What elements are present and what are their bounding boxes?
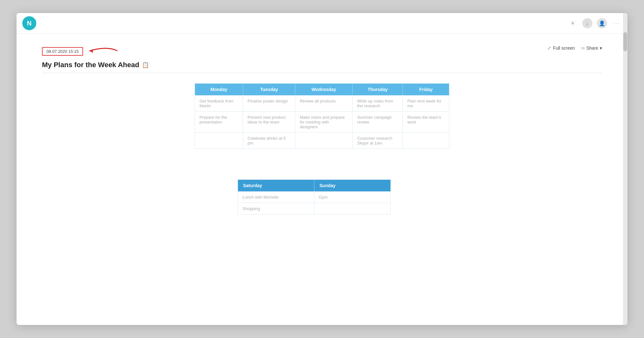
sun-icon[interactable]: ☀ (568, 18, 578, 28)
expand-icon[interactable]: ⋯ (612, 18, 622, 28)
cell-mon-2: Prepare for the presentation (195, 112, 243, 133)
cell-wed-2: Make notes and prepare for meeting with … (295, 112, 353, 133)
topbar: N ☀ ↓ 👤 ⋯ (17, 13, 627, 34)
arrow-annotation (83, 45, 118, 58)
table-row: Shopping (238, 203, 391, 215)
weekdays-header: Monday Tuesday Wednesday Thursday Friday (195, 84, 449, 95)
date-badge: 08.07.2020 15:15 (42, 47, 83, 56)
share-icon: ⤼ (581, 45, 585, 51)
fullscreen-label: Full screen (553, 46, 575, 51)
cell-mon-3 (195, 133, 243, 149)
main-content: 08.07.2020 15:15 ⤢ Full screen ⤼ Share ▾ (17, 34, 627, 325)
col-wednesday: Wednesday (295, 84, 353, 95)
doc-title-icon: 📋 (142, 61, 149, 68)
col-friday: Friday (403, 84, 449, 95)
weekdays-body: Get feedback from Martin Finalise poster… (195, 95, 449, 149)
logo-letter: N (27, 20, 32, 27)
table-row: Get feedback from Martin Finalise poster… (195, 95, 449, 112)
scrollbar-thumb[interactable] (623, 32, 627, 51)
doc-title-text: My Plans for the Week Ahead (42, 61, 139, 69)
cell-sat-2: Shopping (238, 203, 314, 215)
topbar-left: N (22, 16, 36, 30)
download-icon[interactable]: ↓ (582, 18, 592, 28)
app-window: N ☀ ↓ 👤 ⋯ 08.07.2020 15:15 (17, 13, 627, 325)
date-text: 08.07.2020 15:15 (46, 49, 79, 54)
date-row: 08.07.2020 15:15 (42, 45, 602, 58)
cell-tue-3: Celebrate drinks at 5 pm (243, 133, 295, 149)
cell-fri-2: Review the team's work (403, 112, 449, 133)
doc-actions: ⤢ Full screen ⤼ Share ▾ (547, 45, 602, 51)
title-divider (42, 73, 602, 73)
weekend-body: Lunch with Michelle Gym Shopping (238, 192, 391, 215)
doc-title: My Plans for the Week Ahead 📋 (42, 61, 602, 69)
weekdays-table-container: Monday Tuesday Wednesday Thursday Friday… (42, 83, 602, 164)
weekdays-table: Monday Tuesday Wednesday Thursday Friday… (195, 83, 449, 149)
scrollbar[interactable] (623, 13, 627, 325)
share-dropdown-arrow: ▾ (600, 46, 602, 51)
col-monday: Monday (195, 84, 243, 95)
weekend-header: Saturday Sunday (238, 180, 391, 192)
cell-thu-3: Customer research Skype at 1am (353, 133, 403, 149)
cell-thu-1: Write up notes from the research (353, 95, 403, 112)
cell-mon-1: Get feedback from Martin (195, 95, 243, 112)
cell-sun-2 (314, 203, 391, 215)
col-thursday: Thursday (353, 84, 403, 95)
weekend-header-row: Saturday Sunday (238, 180, 391, 192)
weekend-table: Saturday Sunday Lunch with Michelle Gym … (238, 180, 406, 215)
cell-sun-1: Gym (314, 192, 391, 203)
weekend-table-container: Saturday Sunday Lunch with Michelle Gym … (42, 180, 602, 222)
fullscreen-button[interactable]: ⤢ Full screen (547, 45, 575, 51)
table-row: Celebrate drinks at 5 pm Customer resear… (195, 133, 449, 149)
cell-fri-3 (403, 133, 449, 149)
cell-fri-1: Plan next week for me (403, 95, 449, 112)
share-label: Share (586, 46, 598, 51)
cell-sat-1: Lunch with Michelle (238, 192, 314, 203)
col-saturday: Saturday (238, 180, 314, 192)
table-row: Lunch with Michelle Gym (238, 192, 391, 203)
col-sunday: Sunday (314, 180, 391, 192)
topbar-right: ☀ ↓ 👤 ⋯ (568, 18, 622, 28)
cell-tue-2: Present new product ideas to the team (243, 112, 295, 133)
fullscreen-icon: ⤢ (547, 45, 551, 51)
cell-wed-1: Review all products (295, 95, 353, 112)
cell-tue-1: Finalise poster design (243, 95, 295, 112)
table-row: Prepare for the presentation Present new… (195, 112, 449, 133)
cell-thu-2: Summer campaign review (353, 112, 403, 133)
col-tuesday: Tuesday (243, 84, 295, 95)
share-button[interactable]: ⤼ Share ▾ (581, 45, 602, 51)
user-icon[interactable]: 👤 (597, 18, 607, 28)
cell-wed-3 (295, 133, 353, 149)
logo[interactable]: N (22, 16, 36, 30)
weekdays-header-row: Monday Tuesday Wednesday Thursday Friday (195, 84, 449, 95)
svg-marker-0 (89, 49, 93, 53)
